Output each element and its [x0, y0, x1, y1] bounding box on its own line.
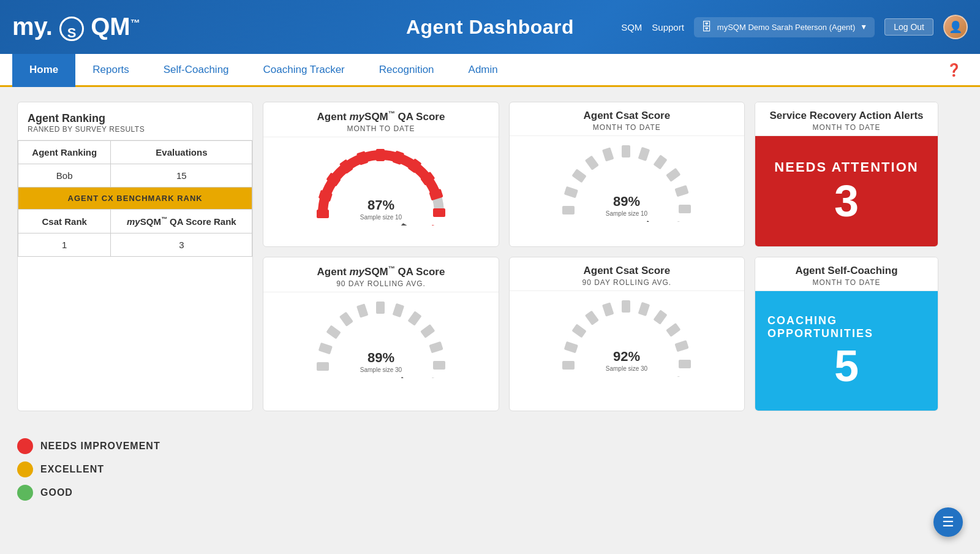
svg-rect-50 [356, 303, 368, 317]
good-label: GOOD [40, 487, 73, 498]
ranking-name-bob: Bob [18, 164, 111, 188]
support-link[interactable]: Support [652, 22, 684, 32]
user-name[interactable]: mySQM Demo Sarah Peterson (Agent) [717, 23, 855, 32]
ranking-row-bob: Bob 15 [18, 164, 252, 188]
svg-rect-52 [393, 303, 404, 317]
ranking-evals-bob: 15 [111, 164, 252, 188]
csat-score-mtd-card: Agent Csat Score MONTH TO DATE [509, 102, 745, 247]
col-agent-ranking: Agent Ranking [18, 141, 111, 164]
svg-rect-26 [562, 206, 575, 214]
csat-mtd-sample: Sample size 10 [606, 210, 648, 217]
svg-rect-36 [679, 205, 691, 213]
ranking-table: Agent Ranking Evaluations Bob 15 AGENT C… [18, 140, 252, 257]
self-coaching-body: COACHING OPPORTUNITIES 5 [755, 291, 938, 411]
self-coaching-header: Agent Self-Coaching MONTH TO DATE [755, 257, 938, 291]
col-evaluations: Evaluations [111, 141, 252, 164]
chat-fab[interactable]: ☰ [933, 507, 963, 537]
svg-rect-67 [564, 341, 578, 353]
service-recovery-card[interactable]: Service Recovery Action Alerts MONTH TO … [755, 102, 938, 247]
qa-mtd-body: 87% Sample size 10 [263, 137, 498, 234]
service-recovery-body: NEEDS ATTENTION 3 [755, 136, 938, 246]
csat-mtd-header: Agent Csat Score MONTH TO DATE [510, 102, 744, 136]
qa-90-subtitle: 90 DAY ROLLING AVG. [270, 279, 492, 288]
nav-item-self-coaching[interactable]: Self-Coaching [146, 54, 246, 87]
nav-bar: Home Reports Self-Coaching Coaching Trac… [0, 54, 980, 87]
svg-rect-17 [429, 224, 443, 225]
agent-ranking-card: Agent Ranking RANKED BY SURVEY RESULTS A… [17, 102, 253, 411]
logo: my. S QM™ [12, 13, 140, 40]
ranking-header-row: Agent Ranking Evaluations [18, 141, 252, 164]
self-coaching-subtitle: MONTH TO DATE [761, 278, 932, 287]
qa-mtd-header: Agent mySQM™ QA Score MONTH TO DATE [263, 102, 498, 137]
svg-rect-74 [666, 323, 680, 337]
qa-mtd-title: Agent mySQM™ QA Score [270, 110, 492, 123]
needs-improvement-label: NEEDS IMPROVEMENT [40, 441, 160, 452]
csat-90-gauge: 92% Sample size 30 [559, 297, 694, 377]
qa-score-90-card: Agent mySQM™ QA Score 90 DAY ROLLING AVG… [263, 257, 499, 411]
csat-score-90-card: Agent Csat Score 90 DAY ROLLING AVG. [509, 257, 745, 411]
svg-rect-55 [429, 341, 443, 353]
nav-item-admin[interactable]: Admin [451, 54, 515, 87]
svg-rect-28 [572, 169, 587, 183]
csat-mtd-body: 89% Sample size 10 [510, 136, 744, 228]
help-icon[interactable]: ❓ [940, 54, 968, 85]
qa-mtd-gauge: 87% Sample size 10 [314, 146, 448, 226]
qa-mtd-subtitle: MONTH TO DATE [270, 124, 492, 133]
qa-90-header: Agent mySQM™ QA Score 90 DAY ROLLING AVG… [263, 257, 498, 292]
csat-90-subtitle: 90 DAY ROLLING AVG. [516, 278, 738, 287]
service-recovery-subtitle: MONTH TO DATE [761, 123, 932, 132]
header: my. S QM™ Agent Dashboard SQM Support 🗄 … [0, 0, 980, 54]
svg-rect-33 [654, 154, 668, 169]
svg-rect-32 [638, 147, 650, 161]
excellent-dot [17, 461, 33, 477]
qa-score-mtd-card: Agent mySQM™ QA Score MONTH TO DATE [263, 102, 499, 247]
user-section: 🗄 mySQM Demo Sarah Peterson (Agent) ▼ [694, 17, 875, 37]
svg-rect-76 [679, 360, 691, 368]
legend: NEEDS IMPROVEMENT EXCELLENT GOOD [0, 426, 980, 513]
rank-values-row: 1 3 [18, 233, 252, 257]
service-recovery-header: Service Recovery Action Alerts MONTH TO … [755, 102, 938, 136]
ranking-subtitle: RANKED BY SURVEY RESULTS [28, 125, 243, 134]
ranking-header: Agent Ranking RANKED BY SURVEY RESULTS [18, 102, 252, 140]
csat-90-value: 92% [613, 349, 640, 364]
svg-rect-34 [666, 168, 680, 182]
legend-needs-improvement: NEEDS IMPROVEMENT [17, 438, 963, 454]
qa-90-body: 89% Sample size 30 [263, 292, 498, 384]
logo-tm: ™ [130, 18, 140, 28]
svg-rect-69 [585, 311, 599, 325]
svg-rect-66 [562, 361, 575, 370]
header-right: SQM Support 🗄 mySQM Demo Sarah Peterson … [621, 15, 968, 39]
sqm-link[interactable]: SQM [621, 22, 642, 32]
self-coaching-status: COACHING OPPORTUNITIES [767, 314, 925, 340]
dropdown-icon[interactable]: ▼ [860, 23, 867, 31]
qa-mtd-gauge-svg: 87% Sample size 10 [314, 146, 448, 226]
self-coaching-number: 5 [834, 344, 859, 388]
svg-rect-72 [638, 302, 650, 316]
nav-item-reports[interactable]: Reports [75, 54, 146, 87]
svg-rect-16 [433, 208, 445, 217]
csat-mtd-value: 89% [613, 194, 640, 209]
qa-90-title: Agent mySQM™ QA Score [270, 265, 492, 278]
benchmark-label: AGENT CX BENCHMARK RANK [18, 188, 252, 210]
svg-rect-29 [585, 156, 599, 170]
avatar: 👤 [943, 15, 968, 39]
svg-rect-49 [339, 311, 353, 326]
svg-rect-57 [429, 377, 443, 378]
self-coaching-card[interactable]: Agent Self-Coaching MONTH TO DATE COACHI… [755, 257, 938, 411]
qa-90-value: 89% [368, 350, 394, 365]
csat-mtd-subtitle: MONTH TO DATE [516, 123, 738, 132]
nav-item-coaching-tracker[interactable]: Coaching Tracker [246, 54, 362, 87]
col-csat-rank: Csat Rank [18, 210, 111, 233]
legend-good: GOOD [17, 485, 963, 501]
qa-90-gauge: 89% Sample size 30 [314, 298, 448, 378]
svg-rect-31 [622, 145, 630, 157]
svg-rect-47 [318, 343, 333, 354]
svg-rect-27 [564, 186, 578, 198]
logout-button[interactable]: Log Out [884, 18, 933, 36]
nav-item-recognition[interactable]: Recognition [362, 54, 451, 87]
header-links: SQM Support [621, 22, 684, 32]
svg-rect-30 [602, 147, 614, 161]
nav-item-home[interactable]: Home [12, 54, 75, 87]
svg-rect-70 [602, 302, 614, 316]
csat-90-body: 92% Sample size 30 [510, 291, 744, 383]
